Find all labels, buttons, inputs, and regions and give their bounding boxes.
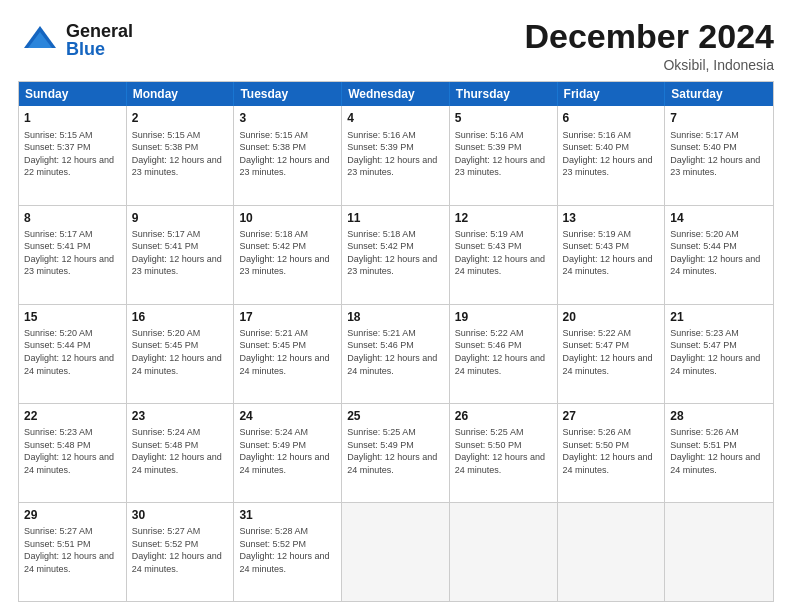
month-title: December 2024 xyxy=(524,18,774,55)
cell-info: Sunrise: 5:15 AMSunset: 5:38 PMDaylight:… xyxy=(132,129,229,179)
logo-icon xyxy=(18,18,62,62)
day-number: 29 xyxy=(24,507,121,523)
calendar-row-2: 8Sunrise: 5:17 AMSunset: 5:41 PMDaylight… xyxy=(19,205,773,304)
day-cell-23: 23Sunrise: 5:24 AMSunset: 5:48 PMDayligh… xyxy=(127,404,235,502)
day-cell-18: 18Sunrise: 5:21 AMSunset: 5:46 PMDayligh… xyxy=(342,305,450,403)
day-number: 22 xyxy=(24,408,121,424)
day-number: 20 xyxy=(563,309,660,325)
day-number: 23 xyxy=(132,408,229,424)
cell-info: Sunrise: 5:16 AMSunset: 5:39 PMDaylight:… xyxy=(455,129,552,179)
cell-info: Sunrise: 5:17 AMSunset: 5:40 PMDaylight:… xyxy=(670,129,768,179)
header-day-thursday: Thursday xyxy=(450,82,558,106)
day-number: 21 xyxy=(670,309,768,325)
calendar-row-3: 15Sunrise: 5:20 AMSunset: 5:44 PMDayligh… xyxy=(19,304,773,403)
day-cell-3: 3Sunrise: 5:15 AMSunset: 5:38 PMDaylight… xyxy=(234,106,342,204)
day-number: 12 xyxy=(455,210,552,226)
day-number: 24 xyxy=(239,408,336,424)
day-number: 2 xyxy=(132,110,229,126)
cell-info: Sunrise: 5:21 AMSunset: 5:45 PMDaylight:… xyxy=(239,327,336,377)
day-cell-4: 4Sunrise: 5:16 AMSunset: 5:39 PMDaylight… xyxy=(342,106,450,204)
logo-general-text: General xyxy=(66,22,133,40)
day-cell-16: 16Sunrise: 5:20 AMSunset: 5:45 PMDayligh… xyxy=(127,305,235,403)
day-number: 19 xyxy=(455,309,552,325)
day-cell-8: 8Sunrise: 5:17 AMSunset: 5:41 PMDaylight… xyxy=(19,206,127,304)
header-day-tuesday: Tuesday xyxy=(234,82,342,106)
day-cell-2: 2Sunrise: 5:15 AMSunset: 5:38 PMDaylight… xyxy=(127,106,235,204)
day-cell-21: 21Sunrise: 5:23 AMSunset: 5:47 PMDayligh… xyxy=(665,305,773,403)
day-cell-27: 27Sunrise: 5:26 AMSunset: 5:50 PMDayligh… xyxy=(558,404,666,502)
cell-info: Sunrise: 5:27 AMSunset: 5:51 PMDaylight:… xyxy=(24,525,121,575)
page: General Blue December 2024 Oksibil, Indo… xyxy=(0,0,792,612)
day-cell-11: 11Sunrise: 5:18 AMSunset: 5:42 PMDayligh… xyxy=(342,206,450,304)
day-number: 10 xyxy=(239,210,336,226)
day-cell-12: 12Sunrise: 5:19 AMSunset: 5:43 PMDayligh… xyxy=(450,206,558,304)
day-number: 17 xyxy=(239,309,336,325)
day-cell-13: 13Sunrise: 5:19 AMSunset: 5:43 PMDayligh… xyxy=(558,206,666,304)
location: Oksibil, Indonesia xyxy=(524,57,774,73)
calendar-body: 1Sunrise: 5:15 AMSunset: 5:37 PMDaylight… xyxy=(19,106,773,601)
cell-info: Sunrise: 5:27 AMSunset: 5:52 PMDaylight:… xyxy=(132,525,229,575)
day-cell-22: 22Sunrise: 5:23 AMSunset: 5:48 PMDayligh… xyxy=(19,404,127,502)
empty-cell xyxy=(665,503,773,601)
logo: General Blue xyxy=(18,18,133,62)
cell-info: Sunrise: 5:15 AMSunset: 5:38 PMDaylight:… xyxy=(239,129,336,179)
day-number: 15 xyxy=(24,309,121,325)
day-number: 14 xyxy=(670,210,768,226)
header-day-saturday: Saturday xyxy=(665,82,773,106)
cell-info: Sunrise: 5:21 AMSunset: 5:46 PMDaylight:… xyxy=(347,327,444,377)
header-day-monday: Monday xyxy=(127,82,235,106)
day-number: 25 xyxy=(347,408,444,424)
day-number: 6 xyxy=(563,110,660,126)
header-day-sunday: Sunday xyxy=(19,82,127,106)
empty-cell xyxy=(450,503,558,601)
day-cell-15: 15Sunrise: 5:20 AMSunset: 5:44 PMDayligh… xyxy=(19,305,127,403)
calendar-header: SundayMondayTuesdayWednesdayThursdayFrid… xyxy=(19,82,773,106)
cell-info: Sunrise: 5:23 AMSunset: 5:48 PMDaylight:… xyxy=(24,426,121,476)
day-number: 31 xyxy=(239,507,336,523)
day-number: 18 xyxy=(347,309,444,325)
day-cell-10: 10Sunrise: 5:18 AMSunset: 5:42 PMDayligh… xyxy=(234,206,342,304)
cell-info: Sunrise: 5:15 AMSunset: 5:37 PMDaylight:… xyxy=(24,129,121,179)
day-cell-5: 5Sunrise: 5:16 AMSunset: 5:39 PMDaylight… xyxy=(450,106,558,204)
empty-cell xyxy=(342,503,450,601)
day-cell-1: 1Sunrise: 5:15 AMSunset: 5:37 PMDaylight… xyxy=(19,106,127,204)
cell-info: Sunrise: 5:24 AMSunset: 5:49 PMDaylight:… xyxy=(239,426,336,476)
calendar-row-1: 1Sunrise: 5:15 AMSunset: 5:37 PMDaylight… xyxy=(19,106,773,204)
cell-info: Sunrise: 5:22 AMSunset: 5:46 PMDaylight:… xyxy=(455,327,552,377)
cell-info: Sunrise: 5:17 AMSunset: 5:41 PMDaylight:… xyxy=(132,228,229,278)
cell-info: Sunrise: 5:26 AMSunset: 5:50 PMDaylight:… xyxy=(563,426,660,476)
cell-info: Sunrise: 5:25 AMSunset: 5:49 PMDaylight:… xyxy=(347,426,444,476)
day-cell-7: 7Sunrise: 5:17 AMSunset: 5:40 PMDaylight… xyxy=(665,106,773,204)
header: General Blue December 2024 Oksibil, Indo… xyxy=(18,18,774,73)
day-cell-9: 9Sunrise: 5:17 AMSunset: 5:41 PMDaylight… xyxy=(127,206,235,304)
cell-info: Sunrise: 5:23 AMSunset: 5:47 PMDaylight:… xyxy=(670,327,768,377)
day-cell-29: 29Sunrise: 5:27 AMSunset: 5:51 PMDayligh… xyxy=(19,503,127,601)
day-cell-31: 31Sunrise: 5:28 AMSunset: 5:52 PMDayligh… xyxy=(234,503,342,601)
cell-info: Sunrise: 5:19 AMSunset: 5:43 PMDaylight:… xyxy=(455,228,552,278)
day-cell-14: 14Sunrise: 5:20 AMSunset: 5:44 PMDayligh… xyxy=(665,206,773,304)
day-number: 3 xyxy=(239,110,336,126)
calendar: SundayMondayTuesdayWednesdayThursdayFrid… xyxy=(18,81,774,602)
day-number: 9 xyxy=(132,210,229,226)
day-cell-6: 6Sunrise: 5:16 AMSunset: 5:40 PMDaylight… xyxy=(558,106,666,204)
day-cell-30: 30Sunrise: 5:27 AMSunset: 5:52 PMDayligh… xyxy=(127,503,235,601)
cell-info: Sunrise: 5:18 AMSunset: 5:42 PMDaylight:… xyxy=(239,228,336,278)
day-cell-26: 26Sunrise: 5:25 AMSunset: 5:50 PMDayligh… xyxy=(450,404,558,502)
cell-info: Sunrise: 5:25 AMSunset: 5:50 PMDaylight:… xyxy=(455,426,552,476)
day-number: 8 xyxy=(24,210,121,226)
cell-info: Sunrise: 5:28 AMSunset: 5:52 PMDaylight:… xyxy=(239,525,336,575)
calendar-row-5: 29Sunrise: 5:27 AMSunset: 5:51 PMDayligh… xyxy=(19,502,773,601)
day-cell-24: 24Sunrise: 5:24 AMSunset: 5:49 PMDayligh… xyxy=(234,404,342,502)
cell-info: Sunrise: 5:26 AMSunset: 5:51 PMDaylight:… xyxy=(670,426,768,476)
day-cell-20: 20Sunrise: 5:22 AMSunset: 5:47 PMDayligh… xyxy=(558,305,666,403)
cell-info: Sunrise: 5:18 AMSunset: 5:42 PMDaylight:… xyxy=(347,228,444,278)
day-cell-19: 19Sunrise: 5:22 AMSunset: 5:46 PMDayligh… xyxy=(450,305,558,403)
day-number: 28 xyxy=(670,408,768,424)
day-number: 4 xyxy=(347,110,444,126)
day-cell-17: 17Sunrise: 5:21 AMSunset: 5:45 PMDayligh… xyxy=(234,305,342,403)
logo-blue-text: Blue xyxy=(66,40,133,58)
day-number: 13 xyxy=(563,210,660,226)
header-day-wednesday: Wednesday xyxy=(342,82,450,106)
day-number: 11 xyxy=(347,210,444,226)
day-number: 1 xyxy=(24,110,121,126)
